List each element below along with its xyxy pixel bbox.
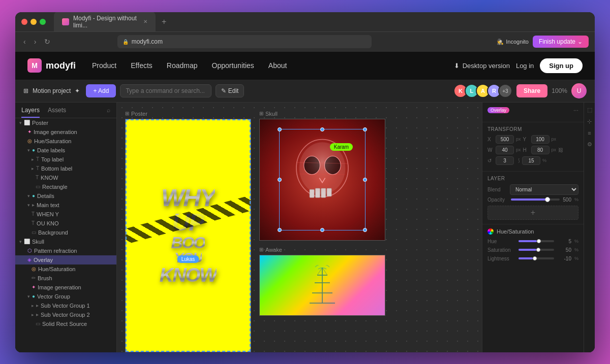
- edit-button[interactable]: ✎ Edit: [216, 84, 244, 97]
- share-button[interactable]: Share: [516, 84, 547, 97]
- hue-saturation-section: Hue/Saturation Hue 5 %: [482, 224, 584, 269]
- handle-top-right[interactable]: [363, 127, 367, 131]
- search-layers-icon[interactable]: ⌕: [107, 107, 110, 118]
- minimize-button[interactable]: [30, 19, 37, 25]
- w-input[interactable]: [496, 146, 514, 154]
- layer-date-labels[interactable]: ▾ ● Date labels: [15, 146, 116, 155]
- lightness-thumb[interactable]: [533, 256, 537, 260]
- layer-skull-frame[interactable]: ▾ ⬜ Skull: [15, 237, 116, 246]
- finish-update-button[interactable]: Finish update ⌄: [533, 36, 589, 48]
- skew-input[interactable]: [522, 156, 540, 165]
- saturation-thumb[interactable]: [536, 248, 540, 252]
- new-tab-button[interactable]: +: [162, 17, 166, 26]
- right-panel-container: Overlay ··· Transform X px: [482, 103, 595, 352]
- blend-mode-select[interactable]: Normal: [510, 184, 578, 195]
- layer-rect-1[interactable]: ▭ Rectangle: [15, 182, 116, 191]
- group-icon: ▸: [36, 303, 39, 308]
- handle-bottom-left[interactable]: [278, 228, 282, 232]
- tab-layers[interactable]: Layers: [21, 107, 40, 118]
- browser-window: Modyfi - Design without limi... ✕ + ‹ › …: [15, 12, 595, 352]
- handle-right-mid[interactable]: [363, 178, 367, 182]
- forward-button[interactable]: ›: [32, 36, 39, 48]
- user-avatar[interactable]: U: [571, 83, 587, 98]
- layer-top-label[interactable]: ▸ T Top label: [15, 155, 116, 164]
- handle-top-left[interactable]: [278, 127, 282, 131]
- constraints-icon[interactable]: ⊹: [587, 118, 592, 125]
- lightness-unit: %: [574, 256, 578, 261]
- layer-main-text[interactable]: ▾ ▸ Main text: [15, 201, 116, 210]
- layer-hue-sat-1[interactable]: ◎ Hue/Saturation: [15, 137, 116, 146]
- expand-icon: ▾: [27, 294, 30, 299]
- rotate-input[interactable]: [496, 156, 514, 165]
- layer-pattern-refraction[interactable]: ⬡ Pattern refraction: [15, 246, 116, 255]
- maximize-button[interactable]: [40, 19, 46, 25]
- handle-left-mid[interactable]: [278, 178, 282, 182]
- tab-assets[interactable]: Assets: [48, 107, 66, 118]
- lightness-slider-track[interactable]: [518, 257, 554, 259]
- layer-sub-vector-1[interactable]: ▸ ▸ Sub Vector Group 1: [15, 301, 116, 310]
- layer-details[interactable]: ▾ ● Details: [15, 191, 116, 201]
- nav-effects[interactable]: Effects: [131, 61, 152, 70]
- app-area: ⊞ Motion project ✦ + Add ✎ Edit K: [15, 80, 595, 352]
- awake-frame[interactable]: [259, 255, 385, 316]
- overlay-menu-icon[interactable]: ···: [573, 107, 578, 114]
- hue-slider-track[interactable]: [518, 240, 554, 242]
- handle-top-mid[interactable]: [320, 127, 324, 131]
- layer-vector-group[interactable]: ▾ ● Vector Group: [15, 292, 116, 301]
- handle-bottom-right[interactable]: [363, 228, 367, 232]
- settings-icon[interactable]: ⚙: [587, 141, 592, 148]
- saturation-slider-track[interactable]: [518, 249, 554, 251]
- nav-actions: ⬇ Desktop version Log in Sign up: [454, 58, 583, 73]
- close-button[interactable]: [21, 19, 27, 25]
- layer-bottom-label[interactable]: ▸ T Bottom label: [15, 164, 116, 173]
- skew-icon[interactable]: ⟆: [518, 158, 520, 163]
- layer-know[interactable]: T KNOW: [15, 173, 116, 182]
- add-button[interactable]: + Add: [86, 84, 116, 97]
- desktop-version-button[interactable]: ⬇ Desktop version: [454, 62, 510, 70]
- hue-sat-header: Hue/Saturation: [487, 228, 578, 235]
- tab-close-icon[interactable]: ✕: [143, 19, 147, 24]
- rect-icon: ▭: [32, 229, 36, 235]
- hue-thumb[interactable]: [537, 239, 541, 243]
- back-button[interactable]: ‹: [21, 36, 28, 48]
- nav-product[interactable]: Product: [92, 61, 116, 70]
- layer-brush[interactable]: ✏ Brush: [15, 274, 116, 283]
- layers-panel: Layers Assets ⌕ ▾ ⬜ Poster ✦ Im: [15, 103, 117, 352]
- opacity-thumb[interactable]: [545, 197, 550, 202]
- layer-background[interactable]: ▭ Background: [15, 228, 116, 237]
- handle-bottom-mid[interactable]: [320, 228, 324, 232]
- opacity-slider[interactable]: [511, 198, 560, 201]
- log-in-button[interactable]: Log in: [516, 62, 534, 70]
- nav-about[interactable]: About: [268, 61, 287, 70]
- avatar-overflow: +3: [498, 84, 512, 98]
- layer-solid-rect[interactable]: ▭ Solid Rect Source: [15, 319, 116, 328]
- browser-tab[interactable]: Modyfi - Design without limi... ✕: [54, 12, 156, 32]
- nav-roadmap[interactable]: Roadmap: [167, 61, 198, 70]
- expand-icon: ▾: [27, 148, 30, 153]
- layer-section: Layer Blend Normal Opacity: [482, 172, 584, 224]
- y-input[interactable]: [531, 135, 550, 144]
- skull-frame[interactable]: Karam: [259, 119, 385, 241]
- poster-canvas-frame: Poster WHY UP BOO YOU KNOW: [125, 111, 251, 344]
- logo[interactable]: M modyfi: [27, 58, 76, 73]
- layer-overlay[interactable]: ◈ Overlay: [15, 255, 116, 264]
- nav-opportunities[interactable]: Opportunities: [212, 61, 254, 70]
- layers-icon-rail[interactable]: ≡: [588, 130, 591, 136]
- x-input[interactable]: [496, 135, 514, 144]
- sign-up-button[interactable]: Sign up: [540, 58, 583, 73]
- command-search-input[interactable]: [120, 84, 211, 97]
- link-dimensions-icon[interactable]: ⛓: [558, 147, 563, 153]
- layer-hue-sat-2[interactable]: ◎ Hue/Saturation: [15, 264, 116, 274]
- h-input[interactable]: [531, 146, 550, 154]
- refresh-button[interactable]: ↻: [42, 36, 52, 48]
- poster-frame[interactable]: WHY UP BOO YOU KNOW Lukas: [125, 119, 251, 352]
- properties-icon[interactable]: ⬚: [587, 107, 592, 113]
- layer-poster[interactable]: ▾ ⬜ Poster: [15, 118, 116, 127]
- layer-when-y[interactable]: T WHEN Y: [15, 210, 116, 219]
- layer-image-gen-2[interactable]: ✦ Image generation: [15, 283, 116, 292]
- add-effect-button[interactable]: +: [487, 206, 578, 220]
- address-bar[interactable]: 🔒 modyfi.com: [117, 35, 372, 48]
- layer-image-gen-1[interactable]: ✦ Image generation: [15, 127, 116, 137]
- layer-ou-kno[interactable]: T OU KNO: [15, 219, 116, 228]
- layer-sub-vector-2[interactable]: ▸ ▸ Sub Vector Group 2: [15, 310, 116, 319]
